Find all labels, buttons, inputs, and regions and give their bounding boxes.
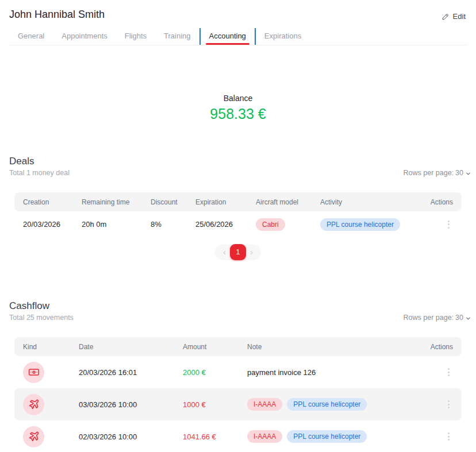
plane-icon [28, 431, 40, 442]
cashflow-rows-per-page-select[interactable]: Rows per page: 30 [404, 314, 471, 322]
rows-per-page-label: Rows per page: [404, 169, 454, 177]
col-expiration: Expiration [195, 198, 256, 206]
col-amount: Amount [183, 343, 247, 351]
deal-discount: 8% [151, 220, 195, 229]
movement-amount: 2000 € [183, 368, 247, 377]
tab-bar: General Appointments Flights Training Ac… [9, 28, 467, 45]
tab-appointments[interactable]: Appointments [53, 28, 116, 45]
cashflow-subtitle: Total 25 movements [9, 314, 74, 322]
deal-creation: 20/03/2026 [23, 220, 82, 229]
tab-general[interactable]: General [9, 28, 53, 45]
deals-section: Deals Total 1 money deal Rows per page: … [0, 156, 476, 259]
deals-title: Deals [9, 156, 70, 167]
tab-expirations[interactable]: Expirations [256, 28, 310, 45]
cashflow-section: Cashflow Total 25 movements Rows per pag… [0, 300, 476, 452]
col-remaining-time: Remaining time [82, 198, 151, 206]
page-header: John Hannibal Smith Edit [0, 0, 476, 21]
movement-actions-menu-button[interactable] [444, 398, 453, 411]
pagination-next-button[interactable]: › [248, 248, 255, 256]
deals-table-row: 20/03/2026 20h 0m 8% 25/06/2026 Cabri PP… [14, 211, 462, 237]
movement-date: 02/03/2026 10:00 [79, 432, 183, 441]
payment-kind [23, 362, 44, 383]
col-kind: Kind [23, 343, 79, 351]
col-actions: Actions [431, 343, 453, 351]
aircraft-registration-badge: I-AAAA [247, 430, 282, 443]
col-activity: Activity [320, 198, 427, 206]
tab-flights[interactable]: Flights [116, 28, 155, 45]
activity-badge: PPL course helicopter [287, 398, 367, 411]
pencil-icon [442, 13, 450, 21]
deals-rows-per-page-select[interactable]: Rows per page: 30 [404, 169, 471, 177]
movement-actions-menu-button[interactable] [444, 366, 453, 378]
cashflow-row: 20/03/2026 16:01 2000 € payment invoice … [14, 356, 462, 388]
chevron-down-icon [465, 315, 471, 322]
chevron-down-icon [465, 171, 471, 177]
deals-table: Creation Remaining time Discount Expirat… [14, 192, 462, 237]
movement-date: 03/03/2026 10:00 [79, 400, 183, 409]
col-date: Date [79, 343, 183, 351]
rows-per-page-label: Rows per page: [404, 314, 454, 322]
balance-widget: Balance 958.33 € [0, 94, 476, 122]
cashflow-row: 02/03/2026 10:00 1041.66 € I-AAAA PPL co… [14, 420, 462, 452]
tab-training[interactable]: Training [155, 28, 199, 45]
movement-amount: 1041.66 € [183, 432, 247, 441]
movement-date: 20/03/2026 16:01 [79, 368, 183, 377]
deals-subtitle: Total 1 money deal [9, 169, 70, 177]
movement-amount: 1000 € [183, 400, 247, 409]
col-aircraft-model: Aircraft model [256, 198, 320, 206]
col-creation: Creation [23, 198, 82, 206]
edit-button-label: Edit [453, 12, 466, 21]
deals-pagination: ‹ 1 › [216, 245, 260, 259]
deal-expiration: 25/06/2026 [195, 220, 256, 229]
deals-table-header: Creation Remaining time Discount Expirat… [14, 192, 462, 211]
aircraft-model-badge: Cabri [256, 218, 285, 231]
movement-note: payment invoice 126 [247, 368, 427, 377]
deal-actions-menu-button[interactable] [444, 218, 453, 231]
col-discount: Discount [151, 198, 195, 206]
cashflow-row: 03/03/2026 10:00 1000 € I-AAAA PPL cours… [14, 388, 462, 420]
balance-value: 958.33 € [0, 106, 476, 122]
pagination-page-1-button[interactable]: 1 [230, 244, 246, 260]
aircraft-registration-badge: I-AAAA [247, 398, 282, 411]
flight-kind [23, 426, 44, 447]
activity-badge: PPL course helicopter [320, 218, 400, 231]
rows-per-page-value: 30 [455, 314, 463, 322]
cashflow-table: Kind Date Amount Note Actions 20/03/2026… [14, 337, 462, 452]
balance-label: Balance [0, 94, 476, 103]
flight-kind [23, 394, 44, 415]
plane-icon [28, 399, 40, 410]
cashflow-title: Cashflow [9, 300, 74, 312]
page-title: John Hannibal Smith [9, 9, 105, 21]
cashflow-table-header: Kind Date Amount Note Actions [14, 337, 462, 356]
tab-accounting[interactable]: Accounting [199, 28, 256, 45]
banknote-icon [28, 366, 40, 378]
pagination-prev-button[interactable]: ‹ [221, 248, 228, 256]
col-actions: Actions [431, 198, 453, 206]
movement-actions-menu-button[interactable] [444, 430, 453, 443]
rows-per-page-value: 30 [455, 169, 463, 177]
col-note: Note [247, 343, 427, 351]
edit-button[interactable]: Edit [442, 12, 466, 21]
deal-remaining-time: 20h 0m [82, 220, 151, 229]
activity-badge: PPL course helicopter [287, 430, 367, 443]
